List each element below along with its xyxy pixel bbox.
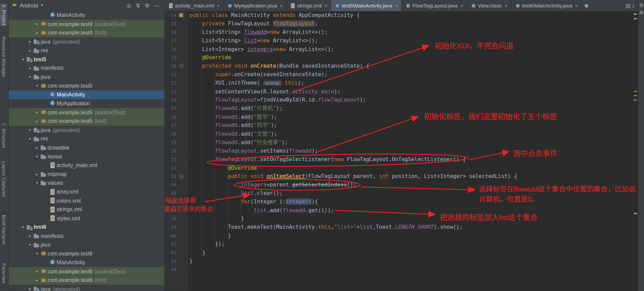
chevron-collapsed-icon[interactable]: ▸ [34, 146, 40, 150]
chevron-expanded-icon[interactable]: ▾ [27, 137, 33, 141]
tree-item-java-generated[interactable]: ▸java(generated) [8, 126, 164, 134]
tab-test6-mainactivity-java[interactable]: test6\MainActivity.java× [511, 0, 582, 11]
chevron-expanded-icon[interactable]: ▾ [34, 154, 40, 158]
code-line-21[interactable]: 21 super.onCreate(savedInstanceState); [164, 70, 633, 79]
tree-item-test6[interactable]: ▾test6 [8, 223, 164, 231]
bookmark-icon[interactable] [179, 13, 183, 17]
chevron-collapsed-icon[interactable]: ▸ [27, 48, 33, 52]
chevron-collapsed-icon[interactable]: ▸ [34, 278, 40, 282]
toolwindow-button-resource-manager[interactable]: Resource Manager [1, 35, 7, 79]
code-line-24[interactable]: 24 flowTagLayout=findViewById(R.id.flowT… [164, 96, 633, 104]
right-stripe-icon[interactable] [640, 11, 643, 15]
close-icon[interactable]: × [505, 3, 508, 8]
code-line-27[interactable]: 27 flowadd.add("药学"); [164, 121, 633, 130]
close-icon[interactable]: × [575, 3, 578, 8]
chevron-collapsed-icon[interactable]: ▸ [34, 31, 40, 35]
toolwindow-button-1-project[interactable]: 1: Project [0, 3, 7, 27]
tree-item-res[interactable]: ▸res [8, 46, 164, 55]
tree-item-values[interactable]: ▾values [8, 179, 164, 187]
tree-item-com-example-test6[interactable]: ▾com.example.test6 [8, 249, 164, 258]
tree-item-strings-xml[interactable]: strings.xml [8, 205, 164, 214]
toolwindow-button-build-variants[interactable]: Build Variants [1, 214, 7, 246]
chevron-collapsed-icon[interactable]: ▸ [27, 234, 33, 238]
tab-activity-main-xml[interactable]: activity_main.xml× [164, 0, 224, 11]
tree-item-styles-xml[interactable]: styles.xml [8, 214, 164, 223]
chevron-collapsed-icon[interactable]: ▸ [27, 40, 33, 44]
code-line-38[interactable]: 38 } [164, 215, 633, 223]
tree-item-mainactivity[interactable]: MainActivity [8, 11, 164, 20]
code-line-20[interactable]: 20↑⌄ protected void onCreate(Bundle save… [164, 62, 633, 70]
code-line-14[interactable]: 14public class MainActivity extends AppC… [164, 11, 633, 20]
close-icon[interactable]: × [217, 3, 220, 8]
code-line-29[interactable]: 29 flowadd.add("针灸推拿"); [164, 138, 633, 147]
tree-item-com-example-test5-test[interactable]: ▸com.example.test5(test) [8, 117, 164, 126]
tree-item-java[interactable]: ▾java [8, 72, 164, 81]
code-line-32[interactable]: 32 @Override [164, 164, 633, 172]
code-line-35[interactable]: 35 list.clear(); [164, 189, 633, 198]
tree-item-com-example-test6-test[interactable]: ▸com.example.test6(test) [8, 276, 164, 285]
overriding-method-icon[interactable]: ↑ [179, 174, 183, 178]
chevron-expanded-icon[interactable]: ▾ [34, 84, 40, 88]
tree-item-drawable[interactable]: ▸drawable [8, 143, 164, 152]
code-line-19[interactable]: 19 @Override [164, 53, 633, 62]
code-line-30[interactable]: 30 flowTagLayout.setItems(flowadd); [164, 147, 633, 155]
close-icon[interactable]: × [280, 3, 283, 8]
tree-item-mipmap[interactable]: ▸mipmap [8, 170, 164, 179]
error-stripe-mark[interactable] [634, 213, 637, 214]
settings-gear-icon[interactable]: ⚙ [145, 2, 150, 8]
tree-item-mainactivity[interactable]: MainActivity [8, 90, 164, 99]
tree-item-test5[interactable]: ▾test5 [8, 55, 164, 64]
close-icon[interactable]: × [324, 3, 327, 8]
tree-item-activity-main-xml[interactable]: activity_main.xml [8, 161, 164, 170]
project-view-selector[interactable]: Android [20, 2, 38, 8]
error-stripe-mark[interactable] [634, 18, 637, 19]
toolwindow-button-favorites[interactable]: Favorites [1, 262, 7, 285]
code-line-36[interactable]: 36⌄ for(Integer i:integers){ [164, 198, 633, 206]
error-stripe-mark[interactable] [634, 14, 637, 15]
hidden-tabs-indicator[interactable]: ▤2 [626, 0, 638, 11]
code-line-23[interactable]: 23 setContentView(R.layout.activity_main… [164, 87, 633, 96]
tab-strings-xml[interactable]: strings.xml× [286, 0, 331, 11]
tree-item-colors-xml[interactable]: colors.xml [8, 196, 164, 205]
collapse-all-icon[interactable]: ⇅ [136, 2, 140, 8]
tree-item-com-example-test4-test[interactable]: ▸com.example.test4(test) [8, 28, 164, 37]
tree-item-com-example-test5[interactable]: ▾com.example.test5 [8, 81, 164, 90]
tree-item-com-example-test4-androidtest[interactable]: ▸com.example.test4(androidTest) [8, 20, 164, 28]
tab-myapplication-java[interactable]: MyApplication.java× [224, 0, 286, 11]
chevron-collapsed-icon[interactable]: ▸ [34, 22, 40, 26]
code-line-39[interactable]: 39 Toast.makeText(MainActivity.this,"lis… [164, 223, 633, 231]
tree-item-myapplication[interactable]: MyApplication [8, 99, 164, 108]
tree-item-res[interactable]: ▾res [8, 134, 164, 143]
code-line-17[interactable]: 17 List<String> list=new ArrayList<>(); [164, 37, 633, 45]
close-icon[interactable]: × [461, 3, 464, 8]
code-line-40[interactable]: 40 } [164, 231, 633, 240]
chevron-collapsed-icon[interactable]: ▸ [27, 66, 33, 70]
chevron-collapsed-icon[interactable]: ▸ [34, 172, 40, 176]
chevron-collapsed-icon[interactable]: ▸ [27, 287, 33, 291]
error-stripe-mark[interactable] [634, 95, 637, 96]
tab-partial[interactable] [582, 0, 596, 11]
fold-marker-icon[interactable]: ⌄ [185, 156, 187, 164]
code-line-37[interactable]: 37 list.add(flowadd.get(i)); [164, 206, 633, 215]
hide-panel-icon[interactable]: — [154, 2, 159, 8]
code-line-42[interactable]: 42 } [164, 249, 633, 257]
tree-item-java[interactable]: ▾java [8, 240, 164, 249]
code-line-18[interactable]: 18 List<Integer> integers=new ArrayList<… [164, 45, 633, 53]
error-stripe-mark[interactable] [634, 99, 637, 101]
overriding-method-icon[interactable]: ↑ [179, 64, 183, 68]
tab-view-class[interactable]: View.class× [467, 0, 511, 11]
tree-item-com-example-test5-androidtest[interactable]: ▸com.example.test5(androidTest) [8, 108, 164, 117]
chevron-expanded-icon[interactable]: ▾ [34, 251, 40, 255]
code-line-25[interactable]: 25 flowadd.add("计算机"); [164, 104, 633, 113]
toolwindow-button-7-structure[interactable]: 7: Structure [1, 121, 7, 149]
tab-flowtaglayout-java[interactable]: FlowTagLayout.java× [401, 0, 467, 11]
right-stripe-icon[interactable] [640, 3, 643, 7]
tree-item-layout[interactable]: ▾layout [8, 152, 164, 161]
code-editor[interactable]: 14public class MainActivity extends AppC… [164, 11, 638, 291]
fold-marker-icon[interactable]: ⌄ [185, 173, 187, 181]
chevron-collapsed-icon[interactable]: ▸ [27, 128, 33, 132]
code-line-16[interactable]: 16 List<String> flowadd=new ArrayList<>(… [164, 28, 633, 37]
code-line-28[interactable]: 28 flowadd.add("文管"); [164, 130, 633, 138]
chevron-expanded-icon[interactable]: ▾ [34, 181, 40, 185]
tree-item-manifests[interactable]: ▸manifests [8, 64, 164, 72]
